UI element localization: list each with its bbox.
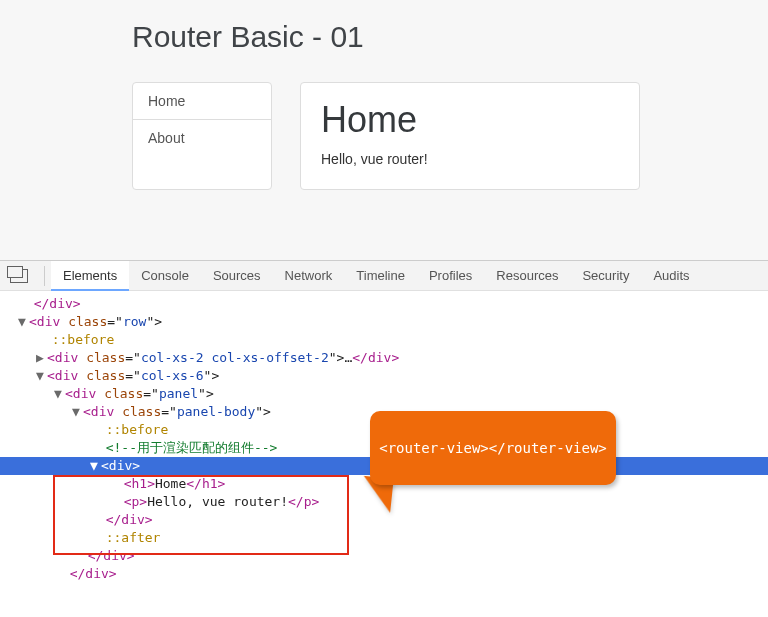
tab-audits[interactable]: Audits bbox=[641, 261, 701, 291]
tab-network[interactable]: Network bbox=[273, 261, 345, 291]
devtools: Elements Console Sources Network Timelin… bbox=[0, 260, 768, 617]
page-title: Router Basic - 01 bbox=[132, 20, 768, 54]
tab-sources[interactable]: Sources bbox=[201, 261, 273, 291]
dom-line[interactable]: ▼<div class="row"> bbox=[0, 313, 768, 331]
dom-line[interactable]: </div> bbox=[0, 295, 768, 313]
tab-resources[interactable]: Resources bbox=[484, 261, 570, 291]
nav-item-home[interactable]: Home bbox=[133, 83, 271, 120]
dom-line[interactable]: ▶<div class="col-xs-2 col-xs-offset-2">…… bbox=[0, 349, 768, 367]
app-row: Home About Home Hello, vue router! bbox=[0, 82, 768, 190]
dom-line[interactable]: </div> bbox=[0, 547, 768, 565]
dock-side-icon[interactable] bbox=[10, 269, 28, 283]
annotation-callout: <router-view></router-view> bbox=[370, 411, 616, 485]
devtools-toolbar: Elements Console Sources Network Timelin… bbox=[0, 261, 768, 291]
app-preview: Router Basic - 01 Home About Home Hello,… bbox=[0, 0, 768, 260]
dom-line[interactable]: </div> bbox=[0, 511, 768, 529]
tab-security[interactable]: Security bbox=[570, 261, 641, 291]
tab-profiles[interactable]: Profiles bbox=[417, 261, 484, 291]
content-text: Hello, vue router! bbox=[321, 151, 619, 167]
callout-text: <router-view></router-view> bbox=[379, 439, 607, 457]
dom-line[interactable]: </div> bbox=[0, 565, 768, 583]
tab-timeline[interactable]: Timeline bbox=[344, 261, 417, 291]
tab-console[interactable]: Console bbox=[129, 261, 201, 291]
toolbar-separator bbox=[44, 266, 45, 286]
tab-elements[interactable]: Elements bbox=[51, 261, 129, 291]
dom-tree[interactable]: </div> ▼<div class="row"> ::before ▶<div… bbox=[0, 291, 768, 583]
content-heading: Home bbox=[321, 99, 619, 141]
nav-list: Home About bbox=[132, 82, 272, 190]
content-panel: Home Hello, vue router! bbox=[300, 82, 640, 190]
dom-line[interactable]: ▼<div class="panel"> bbox=[0, 385, 768, 403]
nav-item-about[interactable]: About bbox=[133, 120, 271, 156]
dom-line[interactable]: ::before bbox=[0, 331, 768, 349]
dom-line[interactable]: ▼<div class="col-xs-6"> bbox=[0, 367, 768, 385]
dom-line[interactable]: ::after bbox=[0, 529, 768, 547]
